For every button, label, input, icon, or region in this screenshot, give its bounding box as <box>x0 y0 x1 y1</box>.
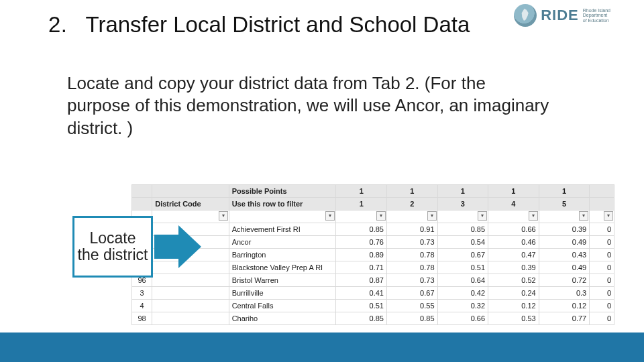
filter-dropdown[interactable]: ▾ <box>488 210 539 223</box>
value-cell: 0.73 <box>386 236 437 249</box>
value-cell: 0.41 <box>336 287 387 300</box>
value-cell: 0.85 <box>336 312 387 325</box>
filter-num-cell: 3 <box>437 198 488 210</box>
slide-body-text: Locate and copy your district data from … <box>67 72 550 139</box>
filter-num-cell: 5 <box>539 198 590 210</box>
value-cell: 0.87 <box>336 274 387 287</box>
value-cell: 0.89 <box>336 249 387 261</box>
slide-heading: 2. Transfer Local District and School Da… <box>48 12 470 38</box>
table-row: 47Blackstone Valley Prep A RI0.710.780.5… <box>132 261 614 274</box>
filter-row-label: Use this row to filter <box>229 198 336 210</box>
value-cell: 0.24 <box>488 287 539 300</box>
possible-points-label: Possible Points <box>229 185 336 198</box>
points-cell: 1 <box>437 185 488 198</box>
value-cell: 0 <box>590 274 614 287</box>
value-cell: 0.43 <box>539 249 590 261</box>
district-code-header: District Code <box>152 198 229 210</box>
chevron-down-icon: ▾ <box>376 211 386 221</box>
points-cell: 1 <box>386 185 437 198</box>
value-cell: 0.71 <box>336 261 387 274</box>
arrow-right-icon <box>154 225 201 268</box>
district-name-cell: Chariho <box>229 312 336 325</box>
value-cell: 0.51 <box>336 300 387 312</box>
district-code-cell <box>152 287 229 300</box>
filter-num-cell: 2 <box>386 198 437 210</box>
value-cell: 0.85 <box>336 223 387 236</box>
callout-box: Locate the district <box>72 216 153 278</box>
district-name-cell: Ancor <box>229 236 336 249</box>
ride-wordmark: RIDE <box>541 7 579 24</box>
value-cell: 0.66 <box>437 312 488 325</box>
filter-num-cell: 4 <box>488 198 539 210</box>
value-cell: 0.47 <box>488 249 539 261</box>
points-cell: 1 <box>488 185 539 198</box>
value-cell: 0 <box>590 287 614 300</box>
row-number-cell: 4 <box>132 300 152 312</box>
points-cell: 1 <box>539 185 590 198</box>
district-name-cell: Bristol Warren <box>229 274 336 287</box>
value-cell: 0.85 <box>386 312 437 325</box>
value-cell: 0.78 <box>386 249 437 261</box>
ride-seal-icon <box>514 4 537 27</box>
value-cell: 0.49 <box>539 261 590 274</box>
table-row: 98Chariho0.850.850.660.530.770 <box>132 312 614 325</box>
table-row: 3Burrillville0.410.670.420.240.30 <box>132 287 614 300</box>
value-cell: 0.51 <box>437 261 488 274</box>
table-row: Barrington0.890.780.670.470.430 <box>132 249 614 261</box>
value-cell: 0.49 <box>539 236 590 249</box>
ride-sub-line: Rhode Island <box>583 8 610 13</box>
district-name-cell: Central Falls <box>229 300 336 312</box>
heading-title: Transfer Local District and School Data <box>85 12 470 37</box>
chevron-down-icon: ▾ <box>529 211 538 221</box>
value-cell: 0.64 <box>437 274 488 287</box>
value-cell: 0.55 <box>386 300 437 312</box>
chevron-down-icon: ▾ <box>478 211 487 221</box>
value-cell: 0.85 <box>437 223 488 236</box>
filter-dropdown[interactable]: ▾ <box>437 210 488 223</box>
value-cell: 0.67 <box>386 287 437 300</box>
value-cell: 0.32 <box>437 300 488 312</box>
svg-marker-0 <box>154 225 201 268</box>
value-cell: 0 <box>590 249 614 261</box>
value-cell: 0.72 <box>539 274 590 287</box>
value-cell: 0.42 <box>437 287 488 300</box>
value-cell: 0 <box>590 223 614 236</box>
table-row: 96Bristol Warren0.870.730.640.520.720 <box>132 274 614 287</box>
chevron-down-icon: ▾ <box>325 211 335 221</box>
table-row: Ancor0.760.730.540.460.490 <box>132 236 614 249</box>
value-cell: 0.46 <box>488 236 539 249</box>
table-row: 4Central Falls0.510.550.320.120.120 <box>132 300 614 312</box>
value-cell: 0.12 <box>539 300 590 312</box>
locate-district-callout: Locate the district <box>72 216 186 278</box>
ride-subtext: Rhode Island Department of Education <box>583 8 610 23</box>
chevron-down-icon: ▾ <box>604 211 613 221</box>
district-name-cell: Achievement First RI <box>229 223 336 236</box>
value-cell: 0.67 <box>437 249 488 261</box>
value-cell: 0.78 <box>386 261 437 274</box>
spreadsheet-image: Possible Points 1 1 1 1 1 District Code … <box>131 184 614 325</box>
filter-dropdown[interactable]: ▾ <box>336 210 387 223</box>
ride-sub-line: of Education <box>583 18 610 23</box>
district-name-cell: Blackstone Valley Prep A RI <box>229 261 336 274</box>
value-cell: 0 <box>590 261 614 274</box>
value-cell: 0.12 <box>488 300 539 312</box>
table-row: 41Achievement First RI0.850.910.850.660.… <box>132 223 614 236</box>
value-cell: 0.77 <box>539 312 590 325</box>
chevron-down-icon: ▾ <box>579 211 588 221</box>
value-cell: 0 <box>590 300 614 312</box>
footer-bar <box>0 333 644 362</box>
value-cell: 0.39 <box>488 261 539 274</box>
row-number-cell: 98 <box>132 312 152 325</box>
heading-number: 2. <box>48 12 68 37</box>
value-cell: 0.3 <box>539 287 590 300</box>
filter-dropdown[interactable]: ▾ <box>590 210 614 223</box>
filter-num-cell: 1 <box>336 198 387 210</box>
filter-dropdown[interactable]: ▾ <box>386 210 437 223</box>
filter-dropdown[interactable]: ▾ <box>539 210 590 223</box>
value-cell: 0.76 <box>336 236 387 249</box>
district-code-cell <box>152 300 229 312</box>
filter-dropdown[interactable]: ▾ <box>229 210 336 223</box>
ride-logo: RIDE Rhode Island Department of Educatio… <box>514 4 610 27</box>
row-number-cell: 3 <box>132 287 152 300</box>
district-name-cell: Barrington <box>229 249 336 261</box>
